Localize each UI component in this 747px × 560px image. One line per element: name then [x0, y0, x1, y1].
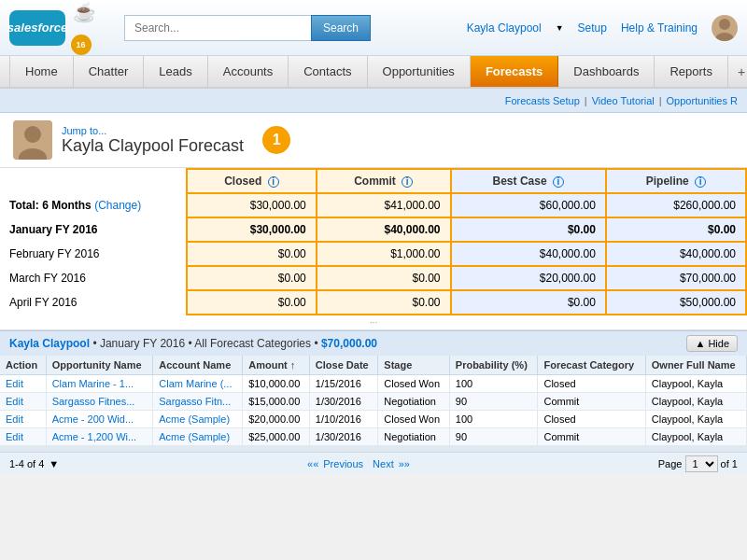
closed-cell: $0.00: [187, 290, 317, 315]
opp-name-link[interactable]: Clam Marine - 1...: [52, 378, 134, 389]
pipeline-cell: $50,000.00: [606, 290, 746, 315]
setup-link[interactable]: Setup: [578, 21, 607, 35]
th-owner-full-name: Owner Full Name: [645, 356, 746, 375]
change-link[interactable]: (Change): [94, 199, 141, 212]
nav-reports[interactable]: Reports: [655, 56, 728, 87]
top-bar: salesforce ☕ 16 Search Kayla Claypool ▼ …: [0, 0, 747, 56]
probability-cell: 90: [449, 393, 538, 411]
th-opportunity-name: Opportunity Name: [46, 356, 153, 375]
forecast-table-wrap: Closed i Commit i Best Case i Pipeline i: [0, 168, 747, 330]
closed-cell: $0.00: [187, 266, 317, 290]
th-commit: Commit i: [317, 169, 451, 193]
commit-info-icon[interactable]: i: [402, 176, 413, 188]
nav-chatter[interactable]: Chatter: [74, 56, 145, 87]
next-page-link[interactable]: Next: [373, 458, 394, 469]
bestcase-cell: $40,000.00: [451, 242, 606, 266]
th-pipeline: Pipeline i: [606, 169, 746, 193]
forecast-cat-cell: Closed: [538, 375, 645, 393]
nav-home[interactable]: Home: [9, 56, 74, 87]
account-cell: Sargasso Fitn...: [153, 393, 243, 411]
th-account-name: Account Name: [153, 356, 243, 375]
forecast-cat-cell: Closed: [538, 411, 645, 428]
account-link[interactable]: Clam Marine (...: [159, 378, 232, 389]
bestcase-cell: $0.00: [451, 217, 606, 242]
bestcase-info-icon[interactable]: i: [553, 176, 564, 188]
pagination-bar: 1-4 of 4 ▼ «« Previous Next »» Page 1 of…: [0, 452, 747, 474]
page-select[interactable]: 1: [685, 455, 718, 472]
table-row: Edit Acme - 200 Wid... Acme (Sample) $20…: [0, 411, 747, 428]
avatar: [712, 15, 738, 41]
prev-page-link[interactable]: Previous: [323, 458, 363, 469]
opp-name-cell: Acme - 1,200 Wi...: [46, 428, 153, 446]
forecasts-setup-link[interactable]: Forecasts Setup: [505, 95, 580, 106]
amount-cell: $25,000.00: [243, 428, 310, 446]
opportunities-r-link[interactable]: Opportunities R: [667, 95, 738, 106]
hide-icon: ▲: [695, 338, 705, 349]
account-link[interactable]: Acme (Sample): [159, 413, 230, 425]
th-closed: Closed i: [187, 169, 317, 193]
first-page-link[interactable]: ««: [307, 458, 318, 469]
th-action: Action: [0, 356, 46, 375]
nav-leads[interactable]: Leads: [144, 56, 207, 87]
account-cell: Acme (Sample): [153, 411, 243, 428]
period-label-cell: March FY 2016: [0, 266, 187, 290]
search-input[interactable]: [124, 15, 311, 41]
pipeline-info-icon[interactable]: i: [695, 176, 706, 188]
opp-name-link[interactable]: Sargasso Fitnes...: [52, 396, 135, 407]
bottom-panel-title: Kayla Claypool • January FY 2016 • All F…: [9, 337, 377, 350]
amount-cell: $15,000.00: [243, 393, 310, 411]
hide-button[interactable]: ▲ Hide: [686, 335, 738, 352]
opp-name-link[interactable]: Acme - 1,200 Wi...: [52, 431, 136, 442]
expand-dots[interactable]: ···: [0, 315, 747, 329]
closed-info-icon[interactable]: i: [268, 176, 279, 188]
pagination-right: Page 1 of 1: [658, 455, 738, 472]
nav-plus[interactable]: +: [728, 56, 747, 87]
th-empty: [0, 169, 187, 193]
help-link[interactable]: Help & Training: [621, 21, 698, 35]
bottom-panel-header: Kayla Claypool • January FY 2016 • All F…: [0, 330, 747, 356]
opp-name-link[interactable]: Acme - 200 Wid...: [52, 413, 134, 425]
pagination-left: 1-4 of 4 ▼: [9, 458, 59, 469]
video-tutorial-link[interactable]: Video Tutorial: [592, 95, 655, 106]
account-link[interactable]: Sargasso Fitn...: [159, 396, 231, 407]
nav-accounts[interactable]: Accounts: [208, 56, 289, 87]
svg-point-1: [715, 33, 734, 41]
commit-cell: $40,000.00: [317, 217, 451, 242]
edit-link[interactable]: Edit: [6, 413, 23, 425]
nav-forecasts[interactable]: Forecasts: [471, 56, 558, 87]
probability-cell: 100: [449, 375, 538, 393]
coffee-icon: ☕: [73, 1, 96, 23]
coffee-badge: 16: [71, 35, 92, 55]
nav-bar: Home Chatter Leads Accounts Contacts Opp…: [0, 56, 747, 89]
data-table-wrap: ActionOpportunity NameAccount NameAmount…: [0, 356, 747, 446]
action-cell: Edit: [0, 393, 46, 411]
panel-amount: $70,000.00: [321, 337, 377, 350]
edit-link[interactable]: Edit: [6, 396, 23, 407]
edit-link[interactable]: Edit: [6, 378, 23, 389]
account-link[interactable]: Acme (Sample): [159, 431, 230, 442]
nav-contacts[interactable]: Contacts: [289, 56, 367, 87]
svg-point-0: [719, 19, 730, 30]
amount-sort-icon[interactable]: ↑: [290, 359, 296, 371]
owner-cell: Claypool, Kayla: [645, 375, 746, 393]
forecast-avatar: [13, 120, 52, 160]
last-page-link[interactable]: »»: [399, 458, 410, 469]
action-cell: Edit: [0, 411, 46, 428]
nav-dashboards[interactable]: Dashboards: [558, 56, 655, 87]
bestcase-cell: $20,000.00: [451, 266, 606, 290]
dropdown-arrow-records[interactable]: ▼: [49, 458, 59, 469]
search-button[interactable]: Search: [311, 15, 371, 41]
jump-to-link[interactable]: Jump to...: [62, 125, 244, 136]
user-name-link[interactable]: Kayla Claypool: [467, 21, 542, 35]
user-dropdown-arrow[interactable]: ▼: [556, 23, 564, 33]
nav-opportunities[interactable]: Opportunities: [368, 56, 471, 87]
logo-area: salesforce ☕ 16: [9, 1, 96, 55]
edit-link[interactable]: Edit: [6, 431, 23, 442]
forecast-cat-cell: Commit: [538, 428, 645, 446]
commit-cell: $1,000.00: [317, 242, 451, 266]
closed-cell: $30,000.00: [187, 217, 317, 242]
stage-cell: Closed Won: [378, 375, 449, 393]
table-row: Edit Clam Marine - 1... Clam Marine (...…: [0, 375, 747, 393]
panel-period: January FY 2016: [100, 337, 185, 350]
closed-cell: $0.00: [187, 242, 317, 266]
